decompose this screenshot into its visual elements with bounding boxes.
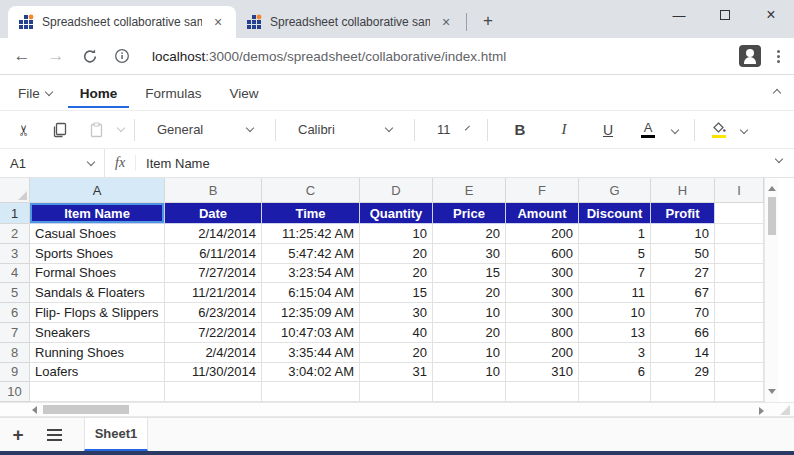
cell-B6[interactable]: 6/23/2014: [165, 303, 262, 323]
cell-H9[interactable]: 29: [651, 363, 715, 383]
cell-A4[interactable]: Formal Shoes: [30, 264, 165, 284]
cell-C4[interactable]: 3:23:54 AM: [262, 264, 360, 284]
cell-C9[interactable]: 3:04:02 AM: [262, 363, 360, 383]
cell-B9[interactable]: 11/30/2014: [165, 363, 262, 383]
cell-H1[interactable]: Profit: [651, 203, 715, 224]
row-header-1[interactable]: 1: [0, 203, 30, 224]
fill-color-button[interactable]: [705, 116, 733, 144]
back-icon[interactable]: ←: [12, 46, 32, 66]
copy-button[interactable]: [46, 116, 74, 144]
fill-color-dropdown-icon[interactable]: [740, 125, 748, 133]
minimize-button[interactable]: —: [656, 0, 702, 30]
cell-D8[interactable]: 20: [360, 343, 433, 363]
cell-G3[interactable]: 5: [579, 244, 651, 264]
cell-A10[interactable]: [30, 382, 165, 402]
tab-home[interactable]: Home: [68, 77, 130, 108]
row-header-10[interactable]: 10: [0, 382, 30, 402]
column-header-h[interactable]: H: [651, 178, 715, 203]
cell-A2[interactable]: Casual Shoes: [30, 224, 165, 244]
cell-C6[interactable]: 12:35:09 AM: [262, 303, 360, 323]
cell-C8[interactable]: 3:35:44 AM: [262, 343, 360, 363]
cell-F2[interactable]: 200: [506, 224, 579, 244]
cell-A8[interactable]: Running Shoes: [30, 343, 165, 363]
cell-G10[interactable]: [579, 382, 651, 402]
cell-E5[interactable]: 20: [433, 283, 506, 303]
cell-I4[interactable]: [715, 264, 764, 284]
row-header-5[interactable]: 5: [0, 283, 30, 303]
browser-menu-icon[interactable]: [775, 48, 782, 65]
scroll-right-icon[interactable]: [759, 407, 764, 415]
cell-H3[interactable]: 50: [651, 244, 715, 264]
cell-D3[interactable]: 20: [360, 244, 433, 264]
select-all-corner[interactable]: [0, 178, 30, 203]
cell-G2[interactable]: 1: [579, 224, 651, 244]
cell-E3[interactable]: 30: [433, 244, 506, 264]
column-header-g[interactable]: G: [579, 178, 651, 203]
horizontal-scroll-thumb[interactable]: [43, 405, 129, 414]
column-header-d[interactable]: D: [360, 178, 433, 203]
column-header-i[interactable]: I: [715, 178, 764, 203]
bold-button[interactable]: B: [506, 116, 534, 144]
vertical-scrollbar[interactable]: [764, 178, 778, 402]
cell-E8[interactable]: 10: [433, 343, 506, 363]
cell-I5[interactable]: [715, 283, 764, 303]
cell-A3[interactable]: Sports Shoes: [30, 244, 165, 264]
row-header-7[interactable]: 7: [0, 323, 30, 343]
cell-E10[interactable]: [433, 382, 506, 402]
cell-H8[interactable]: 14: [651, 343, 715, 363]
cell-A9[interactable]: Loafers: [30, 363, 165, 383]
cell-E9[interactable]: 10: [433, 363, 506, 383]
name-box[interactable]: A1: [0, 156, 104, 171]
cell-D6[interactable]: 30: [360, 303, 433, 323]
column-header-e[interactable]: E: [433, 178, 506, 203]
scroll-left-icon[interactable]: [32, 406, 37, 414]
paste-button[interactable]: [82, 116, 110, 144]
scroll-up-icon[interactable]: [768, 186, 776, 191]
cell-F7[interactable]: 800: [506, 323, 579, 343]
number-format-dropdown[interactable]: General: [145, 122, 265, 137]
cell-E6[interactable]: 10: [433, 303, 506, 323]
name-box-dropdown-icon[interactable]: [87, 157, 95, 165]
profile-badge-icon[interactable]: [739, 45, 761, 67]
horizontal-scrollbar[interactable]: [0, 402, 794, 417]
cell-F3[interactable]: 600: [506, 244, 579, 264]
cell-I8[interactable]: [715, 343, 764, 363]
cell-G9[interactable]: 6: [579, 363, 651, 383]
cell-C2[interactable]: 11:25:42 AM: [262, 224, 360, 244]
cell-B3[interactable]: 6/11/2014: [165, 244, 262, 264]
column-header-a[interactable]: A: [30, 178, 165, 203]
cell-H2[interactable]: 10: [651, 224, 715, 244]
cell-F9[interactable]: 310: [506, 363, 579, 383]
cell-D1[interactable]: Quantity: [360, 203, 433, 224]
info-icon[interactable]: [114, 48, 130, 64]
cell-E2[interactable]: 20: [433, 224, 506, 244]
cell-I10[interactable]: [715, 382, 764, 402]
cell-H7[interactable]: 66: [651, 323, 715, 343]
cell-I9[interactable]: [715, 363, 764, 383]
cell-B7[interactable]: 7/22/2014: [165, 323, 262, 343]
cell-B4[interactable]: 7/27/2014: [165, 264, 262, 284]
cell-I2[interactable]: [715, 224, 764, 244]
row-header-8[interactable]: 8: [0, 343, 30, 363]
row-header-4[interactable]: 4: [0, 264, 30, 284]
row-header-2[interactable]: 2: [0, 224, 30, 244]
cell-E1[interactable]: Price: [433, 203, 506, 224]
cell-G8[interactable]: 3: [579, 343, 651, 363]
cell-C3[interactable]: 5:47:42 AM: [262, 244, 360, 264]
tab-file[interactable]: File: [6, 77, 64, 108]
cell-A5[interactable]: Sandals & Floaters: [30, 283, 165, 303]
cell-D4[interactable]: 20: [360, 264, 433, 284]
cell-D5[interactable]: 15: [360, 283, 433, 303]
cell-I7[interactable]: [715, 323, 764, 343]
cell-G4[interactable]: 7: [579, 264, 651, 284]
cell-A7[interactable]: Sneakers: [30, 323, 165, 343]
formula-input[interactable]: Item Name: [136, 156, 794, 171]
font-size-dropdown[interactable]: 11: [425, 122, 477, 137]
underline-button[interactable]: U: [594, 116, 622, 144]
cut-button[interactable]: ✂: [10, 116, 38, 144]
cell-D7[interactable]: 40: [360, 323, 433, 343]
cell-I1[interactable]: [715, 203, 764, 224]
close-window-button[interactable]: ×: [748, 0, 794, 30]
cell-G6[interactable]: 10: [579, 303, 651, 323]
cell-G7[interactable]: 13: [579, 323, 651, 343]
